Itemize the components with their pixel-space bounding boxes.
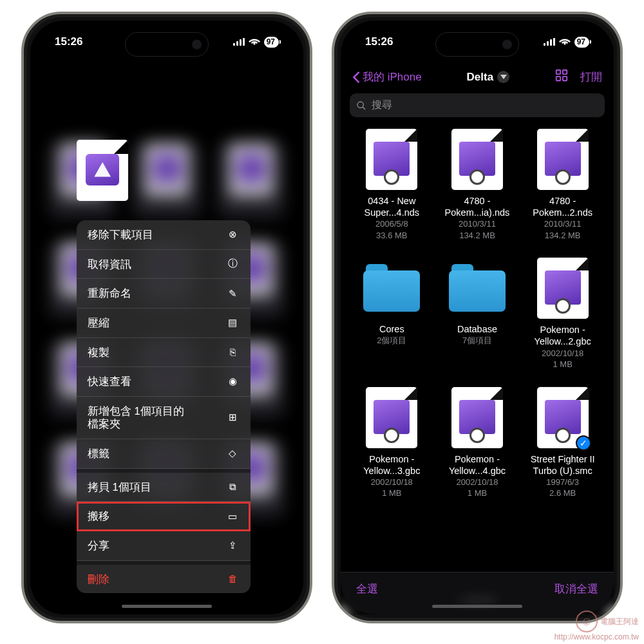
dynamic-island [435, 32, 519, 57]
menu-item-label: 快速查看 [88, 375, 131, 388]
menu-item[interactable]: 快速查看◉ [77, 367, 251, 397]
folder-title[interactable]: Delta [467, 71, 510, 84]
file-item[interactable]: 4780 - Pokem...2.nds2010/3/11134.2 MB [523, 129, 602, 241]
watermark: ☺ 電腦王阿達 http://www.kocpc.com.tw [554, 611, 639, 641]
bottom-toolbar: 全選 取消全選 [341, 572, 614, 614]
open-button[interactable]: 打開 [580, 70, 602, 84]
file-item[interactable]: Pokemon - Yellow...2.gbc2002/10/181 MB [523, 258, 602, 370]
menu-item-icon: ⇪ [225, 540, 240, 551]
menu-item-label: 刪除 [88, 573, 109, 586]
select-all-button[interactable]: 全選 [356, 582, 378, 596]
item-size: 1 MB [553, 359, 572, 370]
item-name: Pokemon - Yellow...3.gbc [353, 453, 430, 477]
menu-item[interactable]: 取得資訊ⓘ [77, 250, 251, 279]
menu-item-icon: ⓘ [225, 258, 240, 270]
back-button[interactable]: 我的 iPhone [352, 70, 422, 84]
file-item[interactable]: 0434 - New Super...4.nds2006/5/833.6 MB [352, 129, 431, 241]
folder-item[interactable]: Database7個項目 [438, 258, 517, 370]
menu-item-label: 移除下載項目 [88, 228, 153, 242]
item-subtitle: 7個項目 [462, 335, 492, 346]
item-date: 2010/3/11 [459, 218, 496, 230]
clock: 15:26 [55, 35, 82, 48]
file-thumbnail [451, 387, 503, 448]
menu-item[interactable]: 拷貝 1個項目⧉ [77, 473, 251, 502]
item-name: 4780 - Pokem...2.nds [524, 195, 601, 218]
folder-icon [363, 264, 420, 312]
menu-item[interactable]: 搬移▭ [77, 502, 251, 531]
item-date: 2002/10/18 [371, 477, 413, 488]
phone-left: 15:26 97 移除下載項目⊗取得資訊ⓘ重新命名✎壓縮 [21, 12, 312, 623]
menu-item[interactable]: 刪除🗑 [77, 565, 251, 594]
svg-rect-0 [556, 70, 560, 74]
menu-item-icon: ⊞ [225, 412, 240, 423]
menu-item-label: 壓縮 [88, 316, 109, 330]
menu-item-label: 複製 [88, 346, 109, 359]
file-item[interactable]: Pokemon - Yellow...3.gbc2002/10/181 MB [352, 387, 431, 499]
svg-rect-3 [563, 77, 567, 80]
menu-item[interactable]: 複製⎘ [77, 338, 251, 368]
file-item[interactable]: Pokemon - Yellow...4.gbc2002/10/181 MB [438, 387, 517, 499]
item-name: 0434 - New Super...4.nds [353, 195, 430, 218]
item-size: 134.2 MB [459, 230, 495, 242]
cellular-icon [544, 38, 555, 46]
menu-item-icon: 🗑 [225, 573, 240, 584]
menu-item[interactable]: 分享⇪ [77, 531, 251, 561]
menu-item[interactable]: 新增包含 1個項目的 檔案夾⊞ [77, 397, 251, 439]
menu-item-label: 取得資訊 [88, 258, 131, 271]
deselect-all-button[interactable]: 取消全選 [554, 582, 598, 596]
item-size: 1 MB [382, 488, 401, 499]
home-indicator[interactable] [122, 605, 212, 608]
menu-item-label: 重新命名 [88, 287, 131, 300]
selected-file-thumbnail [77, 140, 128, 201]
item-date: 1997/6/3 [546, 477, 579, 488]
file-thumbnail [366, 129, 417, 190]
item-subtitle: 2個項目 [377, 335, 406, 346]
item-name: Pokemon - Yellow...4.gbc [439, 453, 516, 477]
menu-item-icon: ◇ [225, 448, 240, 459]
menu-item-icon: ⊗ [225, 229, 240, 240]
menu-item-label: 分享 [88, 539, 109, 553]
view-grid-icon[interactable] [554, 68, 569, 86]
clock: 15:26 [365, 35, 393, 48]
item-date: 2002/10/18 [542, 348, 583, 359]
svg-point-4 [357, 102, 363, 108]
item-name: Pokemon - Yellow...2.gbc [524, 324, 601, 347]
menu-item-label: 拷貝 1個項目 [88, 480, 151, 494]
item-date: 2006/5/8 [375, 218, 408, 230]
menu-item[interactable]: 標籤◇ [77, 439, 251, 469]
wifi-icon [559, 37, 571, 48]
item-name: Street Fighter II Turbo (U).smc [524, 453, 601, 477]
menu-item-icon: ✎ [225, 288, 240, 299]
menu-item-icon: ▤ [225, 317, 240, 328]
file-grid: 0434 - New Super...4.nds2006/5/833.6 MB4… [341, 124, 614, 583]
file-thumbnail [537, 258, 589, 319]
back-label: 我的 iPhone [363, 70, 422, 84]
file-thumbnail [451, 129, 503, 190]
item-date: 2002/10/18 [456, 477, 498, 488]
folder-item[interactable]: Cores2個項目 [352, 258, 431, 370]
dynamic-island [125, 32, 209, 57]
chevron-down-icon [497, 71, 509, 83]
menu-item-icon: ⧉ [225, 481, 240, 493]
menu-item-icon: ▭ [225, 511, 240, 522]
selected-check-icon: ✓ [576, 435, 591, 451]
item-name: 4780 - Pokem...ia).nds [439, 195, 516, 218]
phone-right: 15:26 97 我的 iPhone Delta [332, 12, 623, 623]
menu-item[interactable]: 重新命名✎ [77, 279, 251, 308]
home-indicator[interactable] [432, 605, 522, 608]
menu-item[interactable]: 壓縮▤ [77, 308, 251, 338]
file-thumbnail [537, 129, 589, 190]
battery-icon: 97 [264, 37, 279, 48]
menu-item[interactable]: 移除下載項目⊗ [77, 220, 251, 250]
item-name: Database [457, 323, 497, 335]
search-input[interactable]: 搜尋 [350, 93, 605, 117]
search-icon [356, 100, 366, 111]
item-size: 2.6 MB [549, 488, 576, 499]
context-menu: 移除下載項目⊗取得資訊ⓘ重新命名✎壓縮▤複製⎘快速查看◉新增包含 1個項目的 檔… [77, 220, 251, 593]
svg-rect-1 [563, 70, 567, 74]
file-item[interactable]: ✓Street Fighter II Turbo (U).smc1997/6/3… [523, 387, 602, 499]
wifi-icon [249, 37, 260, 48]
file-thumbnail [366, 387, 417, 448]
file-item[interactable]: 4780 - Pokem...ia).nds2010/3/11134.2 MB [438, 129, 517, 241]
item-date: 2010/3/11 [544, 218, 582, 230]
